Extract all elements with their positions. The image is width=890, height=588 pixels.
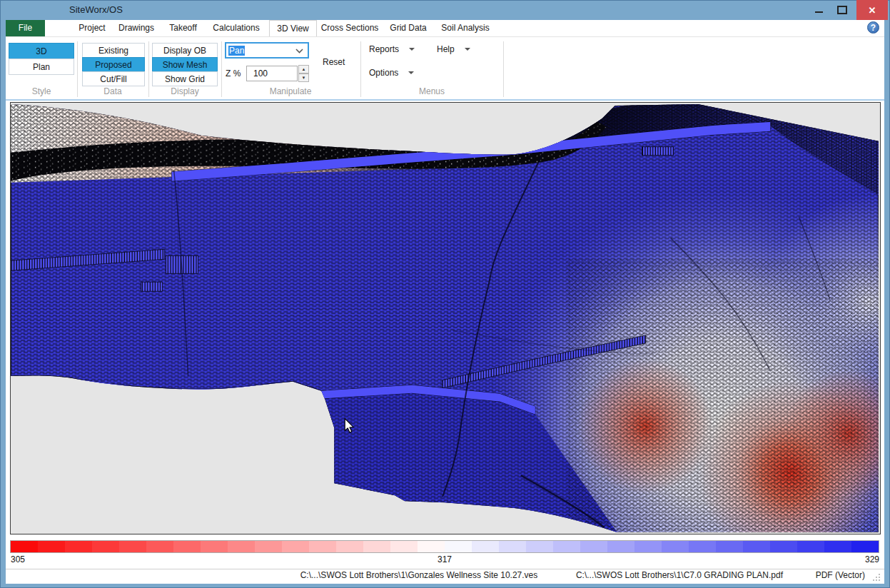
legend-segment <box>607 541 634 552</box>
reset-button[interactable]: Reset <box>323 57 345 67</box>
z-percent-stepper[interactable]: ▲ ▼ <box>298 65 309 82</box>
tab-grid-data[interactable]: Grid Data <box>386 20 430 36</box>
legend-segment <box>418 541 445 552</box>
maximize-icon <box>837 6 847 14</box>
ribbon-divider <box>6 99 884 101</box>
legend-segment <box>770 541 797 552</box>
display-ob-button[interactable]: Display OB <box>152 43 218 58</box>
legend-segment <box>336 541 363 552</box>
tab-cross-sections[interactable]: Cross Sections <box>318 20 382 36</box>
legend-segment <box>146 541 173 552</box>
group-separator <box>503 41 504 97</box>
title-bar[interactable]: SiteWorx/OS ✕ <box>0 0 890 20</box>
diamond-mesh-basin <box>567 259 879 532</box>
tab-calculations[interactable]: Calculations <box>208 20 265 36</box>
legend-mid-label: 317 <box>423 554 466 564</box>
status-format: PDF (Vector) <box>778 570 865 580</box>
maximize-button[interactable] <box>831 0 854 20</box>
legend-segment <box>689 541 716 552</box>
chevron-down-icon <box>408 71 414 74</box>
elevation-legend-bar <box>10 540 879 553</box>
window-title: SiteWorx/OS <box>69 0 123 20</box>
resize-grip-icon[interactable] <box>872 574 881 582</box>
terrain-3d-view[interactable] <box>11 103 879 532</box>
tab-takeoff[interactable]: Takeoff <box>164 20 202 36</box>
group-label-menus: Menus <box>362 86 502 96</box>
legend-max-label: 329 <box>848 554 879 564</box>
group-separator <box>360 41 361 97</box>
help-menu-label: Help <box>437 44 455 54</box>
reports-menu-label: Reports <box>369 44 399 54</box>
legend-segment <box>38 541 65 552</box>
legend-segment <box>824 541 851 552</box>
tab-project[interactable]: Project <box>71 20 113 36</box>
legend-segment <box>445 541 472 552</box>
legend-min-label: 305 <box>11 554 25 564</box>
group-separator <box>77 41 78 97</box>
legend-segment <box>119 541 146 552</box>
data-proposed-button[interactable]: Proposed <box>82 57 145 72</box>
minimize-icon <box>815 11 823 13</box>
chevron-down-icon <box>465 48 470 51</box>
options-menu[interactable]: Options <box>369 68 414 78</box>
legend-segment <box>662 541 689 552</box>
legend-segment <box>228 541 255 552</box>
legend-segment <box>201 541 228 552</box>
legend-segment <box>716 541 743 552</box>
legend-segment <box>743 541 770 552</box>
legend-segment <box>282 541 309 552</box>
group-label-manipulate: Manipulate <box>223 86 358 96</box>
legend-segment <box>472 541 499 552</box>
data-existing-button[interactable]: Existing <box>82 43 145 58</box>
z-percent-label: Z % <box>226 69 241 78</box>
legend-segment <box>580 541 607 552</box>
minimize-button[interactable] <box>808 0 829 20</box>
reports-menu[interactable]: Reports <box>369 44 415 54</box>
spinner-down-icon[interactable]: ▼ <box>298 74 309 82</box>
combobox-selected-text: Pan <box>228 46 245 56</box>
terrain-3d-viewport[interactable] <box>10 102 881 534</box>
style-3d-button[interactable]: 3D <box>9 43 74 59</box>
tab-file[interactable]: File <box>6 20 45 36</box>
legend-segment <box>11 541 38 552</box>
status-surface-file: C:\...\SWOS Lott Brothers\1\Gonzales Wel… <box>269 570 569 580</box>
display-mesh-button[interactable]: Show Mesh <box>152 57 218 72</box>
legend-segment <box>553 541 580 552</box>
legend-segment <box>309 541 336 552</box>
legend-segment <box>390 541 418 552</box>
group-label-style: Style <box>9 86 74 96</box>
group-label-display: Display <box>151 86 219 96</box>
chevron-down-icon <box>409 48 415 51</box>
legend-segment <box>797 541 824 552</box>
z-percent-input[interactable]: 100 <box>246 66 298 81</box>
legend-segment <box>363 541 390 552</box>
data-cutfill-button[interactable]: Cut/Fill <box>82 71 145 86</box>
tab-row-divider <box>6 36 884 37</box>
options-menu-label: Options <box>369 68 398 78</box>
style-plan-button[interactable]: Plan <box>9 59 74 75</box>
display-grid-button[interactable]: Show Grid <box>152 71 218 86</box>
tool-mode-combobox[interactable]: Pan <box>225 42 309 59</box>
spinner-up-icon[interactable]: ▲ <box>298 65 309 74</box>
group-label-data: Data <box>79 86 147 96</box>
tab-soil-analysis[interactable]: Soil Analysis <box>438 20 493 36</box>
legend-segment <box>499 541 526 552</box>
legend-segment <box>851 541 879 552</box>
help-menu[interactable]: Help <box>437 44 470 54</box>
legend-segment <box>255 541 282 552</box>
tab-drawings[interactable]: Drawings <box>114 20 158 36</box>
close-button[interactable]: ✕ <box>856 0 888 20</box>
help-icon[interactable]: ? <box>867 21 879 34</box>
legend-segment <box>92 541 119 552</box>
legend-segment <box>634 541 662 552</box>
chevron-down-icon <box>295 46 303 56</box>
tab-3d-view[interactable]: 3D View <box>269 20 317 37</box>
group-separator <box>221 41 222 97</box>
legend-segment <box>173 541 201 552</box>
legend-segment <box>65 541 92 552</box>
legend-segment <box>526 541 553 552</box>
group-separator <box>148 41 149 97</box>
